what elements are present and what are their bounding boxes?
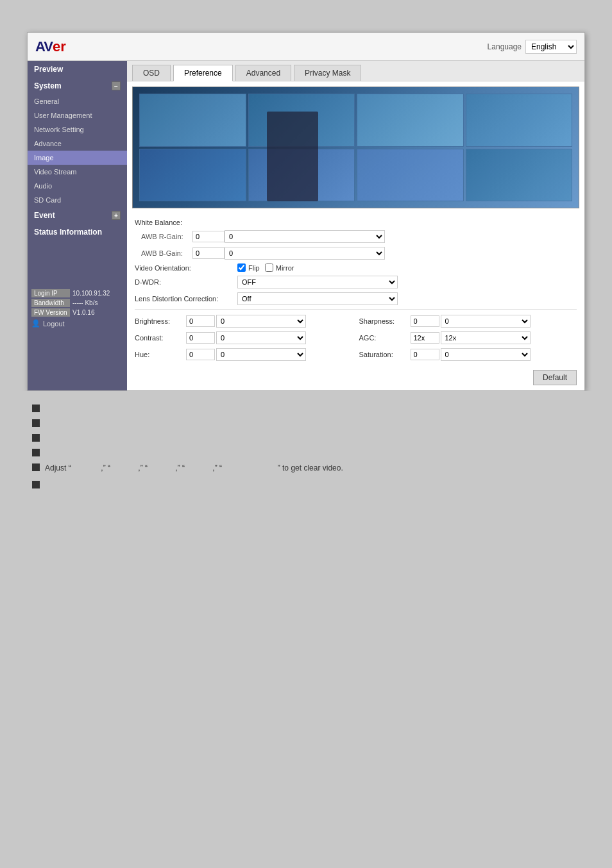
sharpness-input-group: 0 [411, 315, 531, 328]
fw-version-label: FW Version [31, 308, 70, 317]
lens-distortion-select[interactable]: Off On [237, 292, 398, 305]
brightness-input-group: 0 [186, 315, 306, 328]
flip-checkbox-label[interactable]: Flip [237, 263, 260, 272]
hue-label: Hue: [135, 351, 186, 358]
logout-icon: 👤 [31, 319, 40, 328]
tab-osd[interactable]: OSD [132, 65, 171, 81]
bullet-text-5: Adjust “ ,” “ ,” “ ,” “ ,” “ ” to get cl… [45, 463, 343, 474]
brightness-input[interactable] [186, 315, 215, 327]
sidebar-preview-label: Preview [34, 65, 63, 74]
sidebar-item-user-management[interactable]: User Management [28, 108, 127, 122]
sidebar-item-sd-card[interactable]: SD Card [28, 193, 127, 207]
saturation-input-group: 0 [411, 348, 531, 361]
video-placeholder [133, 87, 579, 208]
bottom-content: Adjust “ ,” “ ,” “ ,” “ ,” “ ” to get cl… [13, 391, 599, 508]
sidebar-item-audio[interactable]: Audio [28, 179, 127, 193]
controls-section: White Balance: AWB R-Gain: 0 AWB B-Gain: [127, 213, 584, 366]
brightness-label: Brightness: [135, 317, 186, 325]
tab-privacy-mask[interactable]: Privacy Mask [294, 65, 361, 81]
white-balance-label: White Balance: [135, 219, 237, 226]
sidebar-event-toggle[interactable]: + [112, 211, 121, 220]
awb-r-gain-input[interactable] [192, 231, 225, 242]
contrast-input[interactable] [186, 332, 215, 344]
sidebar-event-header[interactable]: Event + [28, 207, 127, 224]
bullet-3 [32, 433, 580, 442]
sidebar-system-header[interactable]: System − [28, 78, 127, 94]
saturation-select[interactable]: 0 [441, 348, 531, 361]
bullet-square-4 [32, 449, 40, 456]
sidebar-event-label: Event [34, 211, 55, 220]
app-header: AVer Language English [28, 33, 584, 61]
bullet-square-1 [32, 405, 40, 412]
sidebar-item-image[interactable]: Image [28, 151, 127, 165]
bullet-2 [32, 419, 580, 427]
lens-distortion-row: Lens Distortion Correction: Off On [135, 292, 577, 305]
awb-b-gain-select[interactable]: 0 [225, 247, 385, 260]
tab-preference[interactable]: Preference [173, 65, 233, 81]
lens-distortion-label: Lens Distortion Correction: [135, 295, 237, 303]
logo-av: AV [35, 38, 53, 55]
mirror-checkbox-label[interactable]: Mirror [265, 263, 294, 272]
dwdr-select[interactable]: OFF On [237, 276, 398, 288]
mirror-checkbox[interactable] [265, 263, 273, 272]
agc-input-group: 12x [411, 331, 531, 344]
sidebar-item-network-setting[interactable]: Network Setting [28, 122, 127, 137]
awb-b-gain-input[interactable] [192, 247, 225, 259]
white-balance-row: White Balance: [135, 219, 577, 226]
sidebar-item-advance[interactable]: Advance [28, 137, 127, 151]
sharpness-input[interactable] [411, 315, 439, 327]
sidebar-item-video-stream[interactable]: Video Stream [28, 165, 127, 179]
sidebar-system-toggle[interactable]: − [112, 81, 121, 90]
video-orientation-row: Video Orientation: Flip Mirror [135, 263, 577, 272]
awb-r-gain-select[interactable]: 0 [225, 230, 385, 243]
sidebar-status-label: Status Information [34, 228, 102, 237]
saturation-item: Saturation: 0 [359, 348, 577, 361]
awb-r-gain-label: AWB R-Gain: [135, 233, 192, 240]
sidebar-footer: Login IP 10.100.91.32 Bandwidth ----- Kb… [28, 285, 127, 331]
bullet-6 [32, 480, 580, 488]
hue-input-group: 0 [186, 348, 306, 361]
saturation-input[interactable] [411, 349, 439, 360]
agc-select[interactable]: 12x [441, 331, 531, 344]
hue-input[interactable] [186, 349, 215, 360]
header-right: Language English [488, 40, 577, 54]
dwdr-label: D-WDR: [135, 278, 237, 286]
agc-input[interactable] [411, 332, 439, 344]
brightness-select[interactable]: 0 [216, 315, 306, 328]
contrast-input-group: 0 [186, 331, 306, 344]
bullet-4 [32, 448, 580, 456]
sharpness-item: Sharpness: 0 [359, 315, 577, 328]
bullet-5: Adjust “ ,” “ ,” “ ,” “ ,” “ ” to get cl… [32, 463, 580, 474]
sidebar-item-general[interactable]: General [28, 94, 127, 108]
default-btn-row: Default [127, 366, 584, 390]
sidebar-system-label: System [34, 81, 62, 90]
grid-controls: Brightness: 0 Sharpness: [135, 315, 577, 361]
video-screens [133, 87, 579, 208]
login-ip-value: 10.100.91.32 [72, 290, 110, 297]
tab-advanced[interactable]: Advanced [235, 65, 291, 81]
saturation-label: Saturation: [359, 351, 411, 358]
sharpness-select[interactable]: 0 [441, 315, 531, 328]
default-button[interactable]: Default [533, 370, 577, 385]
dwdr-row: D-WDR: OFF On [135, 276, 577, 288]
fw-version-value: V1.0.16 [72, 309, 94, 316]
video-figure [267, 112, 318, 201]
bandwidth-label: Bandwidth [31, 299, 70, 307]
awb-b-gain-label: AWB B-Gain: [135, 249, 192, 257]
flip-checkbox[interactable] [237, 263, 246, 272]
sidebar-preview[interactable]: Preview [28, 61, 127, 78]
awb-b-gain-row: AWB B-Gain: 0 [135, 247, 577, 260]
agc-label: AGC: [359, 334, 411, 342]
app-body: Preview System − General User Management… [28, 61, 584, 390]
bullet-1 [32, 404, 580, 412]
contrast-select[interactable]: 0 [216, 331, 306, 344]
language-select[interactable]: English [525, 40, 577, 54]
hue-item: Hue: 0 [135, 348, 353, 361]
awb-r-gain-row: AWB R-Gain: 0 [135, 230, 577, 243]
logout-row[interactable]: 👤 Logout [31, 319, 123, 328]
bullet-square-5 [32, 463, 40, 471]
sidebar-status-header[interactable]: Status Information [28, 224, 127, 240]
video-orientation-label: Video Orientation: [135, 264, 237, 272]
hue-select[interactable]: 0 [216, 348, 306, 361]
language-label: Language [488, 42, 522, 51]
